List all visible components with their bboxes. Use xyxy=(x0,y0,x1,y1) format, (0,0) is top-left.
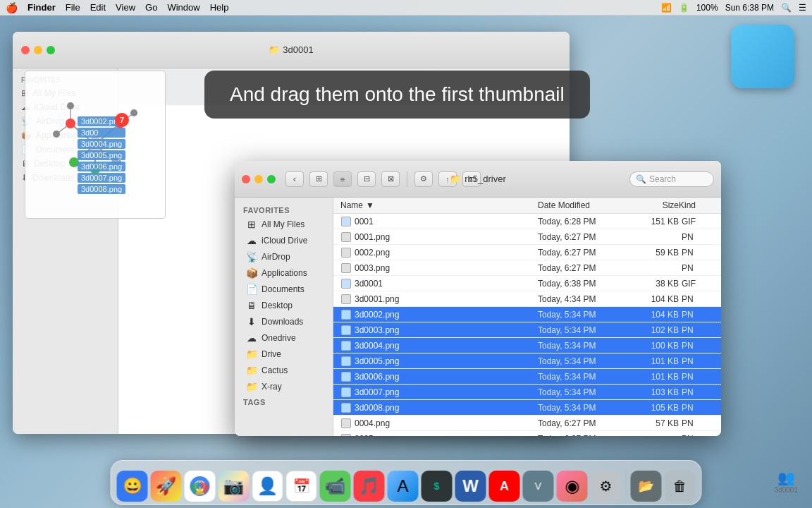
dock-item-terminal[interactable]: $ xyxy=(422,471,453,502)
menu-edit[interactable]: Edit xyxy=(90,2,106,13)
sidebar-item-drive[interactable]: 📁 Drive xyxy=(238,346,330,362)
menu-go[interactable]: Go xyxy=(145,2,157,13)
sidebar-item-applications[interactable]: 📦 Applications xyxy=(238,265,330,281)
dock-item-contacts[interactable]: 👤 xyxy=(252,471,283,502)
file-row[interactable]: 0002.png Today, 6:27 PM 59 KB PN xyxy=(333,245,721,260)
col-header-kind[interactable]: Kind xyxy=(679,200,714,210)
file-row[interactable]: 3d0002.png Today, 5:34 PM 104 KB PN xyxy=(333,307,721,322)
file-row[interactable]: 0003.png Today, 6:27 PM PN xyxy=(333,260,721,276)
file-row[interactable]: 3d0006.png Today, 5:34 PM 101 KB PN xyxy=(333,369,721,385)
finder-window-main[interactable]: ‹ ⊞ ≡ ⊟ ⊠ ⚙ ↑ 🏷 📁 rh5_driver 🔍 Search Fa… xyxy=(235,161,721,436)
dock-item-photos[interactable]: 📷 xyxy=(219,471,250,502)
documents-icon: 📄 xyxy=(246,284,257,295)
file-name: 3d0008.png xyxy=(355,403,538,413)
dock-item-music[interactable]: 🎵 xyxy=(354,471,385,502)
file-row[interactable]: 3d0001 Today, 6:38 PM 38 KB GIF xyxy=(333,276,721,291)
col-header-date[interactable]: Date Modified xyxy=(538,200,629,210)
column-view-button[interactable]: ⊟ xyxy=(357,171,376,187)
file-date: Today, 5:34 PM xyxy=(538,310,629,320)
maximize-button[interactable] xyxy=(267,175,276,183)
finder-filelist[interactable]: Name ▼ Date Modified Size Kind 0001 Toda… xyxy=(333,198,721,436)
sidebar-item-cactus[interactable]: 📁 Cactus xyxy=(238,363,330,378)
menu-window[interactable]: Window xyxy=(167,2,199,13)
col-header-size[interactable]: Size xyxy=(629,200,679,210)
sidebar-item-onedrive[interactable]: ☁ Onedrive xyxy=(238,330,330,346)
menu-file[interactable]: File xyxy=(66,2,80,13)
x-ray-icon: 📁 xyxy=(246,381,257,392)
coverflow-view-button[interactable]: ⊠ xyxy=(381,171,400,187)
file-row[interactable]: 3d0008.png Today, 5:34 PM 105 KB PN xyxy=(333,400,721,416)
search-placeholder: Search xyxy=(649,174,676,184)
dock-item-calendar[interactable]: 📅 xyxy=(286,471,317,502)
maximize-button-back[interactable] xyxy=(47,46,55,54)
icon-view-button[interactable]: ⊞ xyxy=(309,171,328,187)
file-row[interactable]: 3d0004.png Today, 5:34 PM 100 KB PN xyxy=(333,338,721,353)
search-box[interactable]: 🔍 Search xyxy=(629,171,714,187)
apple-menu-icon[interactable]: 🍎 xyxy=(6,2,18,13)
file-kind: PN xyxy=(679,325,714,335)
sidebar-item-downloads[interactable]: ⬇ Downloads xyxy=(238,314,330,329)
drag-labels-group: 3d0002.png 7 3d00 3d0004.png 3d0005.png … xyxy=(78,116,125,194)
svg-point-32 xyxy=(53,131,60,138)
dock-item-finder-files[interactable]: 📂 xyxy=(631,471,662,502)
file-name: 0003.png xyxy=(355,263,538,273)
sidebar-item-icloud-drive[interactable]: ☁ iCloud Drive xyxy=(238,233,330,248)
notification-icon[interactable]: ☰ xyxy=(799,3,806,13)
dock-item-trash[interactable]: 🗑 xyxy=(665,471,696,502)
menu-view[interactable]: View xyxy=(116,2,135,13)
file-size: 151 KB xyxy=(629,217,679,226)
airdrop-icon: 📡 xyxy=(246,251,257,262)
menu-help[interactable]: Help xyxy=(210,2,229,13)
dock-item-word[interactable]: W xyxy=(455,471,486,502)
sidebar-item-airdrop[interactable]: 📡 AirDrop xyxy=(238,249,330,265)
sidebar-label-cactus: Cactus xyxy=(262,365,288,375)
finder-window-title: 📁 rh5_driver xyxy=(450,174,506,184)
spotlight-icon[interactable]: 🔍 xyxy=(781,3,792,13)
dock-item-systemprefs[interactable]: ⚙ xyxy=(591,471,622,502)
file-date: Today, 6:27 PM xyxy=(538,263,629,273)
file-row[interactable]: 0001 Today, 6:28 PM 151 KB GIF xyxy=(333,214,721,229)
dock-item-launchpad[interactable]: 🚀 xyxy=(151,471,182,502)
sidebar-item-x-ray[interactable]: 📁 X-ray xyxy=(238,379,330,394)
finder-back-title: 📁 3d0001 xyxy=(269,44,313,55)
file-kind: PN xyxy=(679,232,714,242)
dock-item-facetime[interactable]: 📹 xyxy=(320,471,351,502)
action-button[interactable]: ⚙ xyxy=(414,171,433,187)
dock-item-finder[interactable]: 😀 xyxy=(117,471,148,502)
close-button-back[interactable] xyxy=(21,46,30,54)
dock: 😀 🚀 📷 👤 📅 📹 🎵 A $ W A V ◉ ⚙ 📂 🗑 xyxy=(111,460,702,505)
file-kind: PN xyxy=(679,310,714,320)
sidebar-label-desktop: Desktop xyxy=(262,301,293,310)
dock-item-app1[interactable]: ◉ xyxy=(557,471,588,502)
list-view-button[interactable]: ≡ xyxy=(333,171,352,187)
close-button[interactable] xyxy=(242,175,250,183)
drive-icon: 📁 xyxy=(246,349,257,360)
sidebar-item-all-my-files[interactable]: ⊞ All My Files xyxy=(238,217,330,232)
file-row[interactable]: 0004.png Today, 6:27 PM 57 KB PN xyxy=(333,416,721,431)
file-row[interactable]: 3d0007.png Today, 5:34 PM 103 KB PN xyxy=(333,385,721,400)
window-title-icon: 📁 xyxy=(450,174,461,184)
file-size: 101 KB xyxy=(629,356,679,366)
minimize-button-back[interactable] xyxy=(34,46,42,54)
back-button[interactable]: ‹ xyxy=(285,171,304,187)
file-row[interactable]: 3d0001.png Today, 4:34 PM 104 KB PN xyxy=(333,291,721,307)
dock-item-vmware[interactable]: V xyxy=(523,471,554,502)
sidebar-label-drive: Drive xyxy=(262,349,281,359)
file-row[interactable]: 0001.png Today, 6:27 PM PN xyxy=(333,229,721,245)
sidebar-item-documents[interactable]: 📄 Documents xyxy=(238,282,330,297)
dock-item-chrome[interactable] xyxy=(185,471,216,502)
sidebar-item-desktop[interactable]: 🖥 Desktop xyxy=(238,298,330,313)
file-size: 59 KB xyxy=(629,248,679,258)
menu-finder[interactable]: Finder xyxy=(27,2,56,13)
downloads-icon: ⬇ xyxy=(246,316,257,327)
sidebar-label-x-ray: X-ray xyxy=(262,382,282,392)
dock-item-acrobat[interactable]: A xyxy=(489,471,520,502)
file-kind: PN xyxy=(679,418,714,428)
col-header-name[interactable]: Name ▼ xyxy=(340,200,538,210)
file-row[interactable]: 3d0003.png Today, 5:34 PM 102 KB PN xyxy=(333,322,721,338)
minimize-button[interactable] xyxy=(254,175,263,183)
file-row[interactable]: 0005.png Today, 6:27 PM PN xyxy=(333,431,721,436)
file-date: Today, 6:27 PM xyxy=(538,248,629,258)
file-row[interactable]: 3d0005.png Today, 5:34 PM 101 KB PN xyxy=(333,353,721,369)
dock-item-appstore[interactable]: A xyxy=(388,471,419,502)
